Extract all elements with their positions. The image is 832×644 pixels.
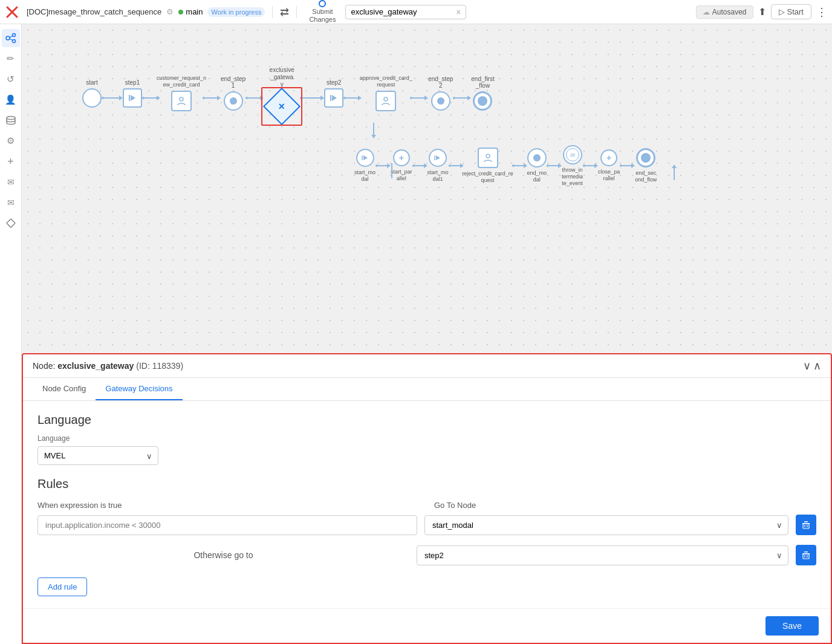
submit-label: Submit Changes [309, 8, 336, 24]
sidebar-item-add[interactable]: + [2, 152, 20, 171]
node-start-parallel-shape[interactable]: + [393, 149, 410, 166]
node-customer-request[interactable]: customer_request_new_credit_card [160, 75, 203, 111]
node-start-shape[interactable] [82, 88, 102, 108]
b-arrow-1 [375, 163, 391, 168]
node-start-modal1[interactable]: start_modal1 [427, 149, 449, 183]
sidebar-item-pencil[interactable]: ✏ [2, 50, 20, 68]
node-approve[interactable]: approve_credit_card_request [362, 75, 410, 111]
language-select[interactable]: MVEL JavaScript Groovy [37, 446, 158, 465]
sidebar-item-letter[interactable]: ✉ [2, 194, 20, 212]
autosaved-button[interactable]: ☁ Autosaved [696, 5, 753, 19]
collapse-down-button[interactable]: ∨ [803, 359, 811, 372]
start-button[interactable]: ▷ Start [771, 4, 811, 19]
more-options-button[interactable]: ⋮ [816, 5, 827, 19]
node-step2[interactable]: step2 [324, 79, 343, 108]
sidebar-item-graph[interactable] [2, 29, 20, 47]
main-layout: ✏ ↺ 👤 ⚙ + ✉ ✉ [0, 24, 832, 644]
node-start-parallel[interactable]: + start_parallel [391, 149, 412, 182]
node-end-first-flow[interactable]: end_first_flow [471, 76, 494, 111]
arrow-1 [102, 96, 123, 100]
node-reject[interactable]: reject_credit_card_request [464, 148, 512, 184]
separator-2 [296, 6, 297, 18]
node-start-modal1-shape[interactable] [429, 149, 447, 167]
node-start[interactable]: start [82, 79, 102, 108]
otherwise-goto-wrapper: step2 start_modal start_parallel ∨ [417, 545, 788, 565]
node-end-first-shape[interactable] [473, 91, 492, 111]
sidebar-item-gear[interactable]: ⚙ [2, 132, 20, 150]
canvas-area[interactable]: start step1 [22, 24, 832, 644]
language-title: Language [37, 413, 816, 427]
rule-expression-input[interactable] [37, 515, 417, 535]
submit-changes-button[interactable]: Submit Changes [304, 0, 340, 25]
node-end-modal-shape[interactable] [527, 148, 547, 168]
node-close-parallel-shape[interactable]: + [600, 149, 617, 166]
node-step2-shape[interactable] [324, 88, 343, 108]
search-clear-icon[interactable]: × [456, 7, 461, 17]
user-icon: 👤 [5, 94, 16, 105]
search-box[interactable]: × [345, 5, 466, 19]
delete-rule-button[interactable] [796, 515, 816, 535]
node-step1-shape[interactable] [123, 88, 142, 108]
b-arrow-4 [512, 163, 527, 168]
branch-settings-icon[interactable]: ⚙ [166, 7, 174, 16]
node-end-second-flow[interactable]: end_second_flow [635, 148, 657, 183]
sidebar-item-database[interactable] [2, 111, 20, 129]
node-reject-shape[interactable] [478, 148, 498, 168]
node-step1[interactable]: step1 [123, 79, 142, 108]
sidebar-item-email[interactable]: ✉ [2, 173, 20, 191]
node-end-second-shape[interactable] [636, 148, 655, 168]
start-label: Start [787, 7, 804, 16]
play-icon: ▷ [779, 7, 785, 16]
panel-title: Node: exclusive_gateway (ID: 118339) [33, 361, 183, 371]
svg-rect-26 [804, 551, 808, 553]
node-throw-intermediate[interactable]: ✉ throw_intermediate_event [562, 145, 583, 186]
node-start-modal[interactable]: start_modal [354, 149, 375, 183]
sidebar-item-diamond[interactable] [2, 214, 20, 232]
node-end-step2[interactable]: end_step2 [428, 76, 453, 111]
sidebar-item-user[interactable]: 👤 [2, 91, 20, 109]
node-step2-label: step2 [327, 79, 341, 86]
history-icon: ↺ [7, 74, 15, 85]
otherwise-select[interactable]: step2 start_modal start_parallel [417, 545, 788, 565]
gateway-diamond[interactable]: × [263, 88, 301, 125]
language-select-wrapper: MVEL JavaScript Groovy ∨ [37, 446, 158, 465]
arrow-8 [453, 96, 471, 100]
svg-rect-21 [804, 521, 808, 522]
topbar: [DOC]mesage_throw_catch_sequence ⚙ main … [0, 0, 832, 24]
upload-icon[interactable]: ⬆ [758, 6, 766, 18]
rule-goto-wrapper: start_modal step2 start_parallel ∨ [424, 515, 788, 535]
sidebar-item-history[interactable]: ↺ [2, 70, 20, 88]
node-close-parallel[interactable]: + close_parallel [598, 149, 620, 182]
node-exclusive-gateway[interactable]: exclusive_gateway × [268, 67, 295, 120]
rule-goto-select[interactable]: start_modal step2 start_parallel [424, 515, 788, 535]
node-end-step2-shape[interactable] [431, 91, 450, 111]
node-name: exclusive_gateway [57, 361, 134, 371]
node-end-step1[interactable]: end_step1 [221, 76, 245, 111]
node-start-modal-shape[interactable] [356, 149, 374, 167]
add-icon: + [7, 155, 14, 168]
tab-node-config[interactable]: Node Config [33, 378, 96, 400]
svg-point-19 [486, 154, 490, 158]
node-reject-label: reject_credit_card_request [462, 171, 513, 184]
flow-top-row: start step1 [82, 67, 495, 120]
node-throw-shape[interactable]: ✉ [563, 145, 582, 164]
arrow-4 [245, 96, 264, 100]
x-icon: × [279, 100, 285, 112]
panel-tabs: Node Config Gateway Decisions [23, 378, 831, 401]
node-end-modal[interactable]: end_modal [527, 148, 547, 183]
collapse-up-button[interactable]: ∧ [813, 359, 821, 372]
record-icon [319, 0, 326, 7]
add-rule-button[interactable]: Add rule [37, 577, 87, 596]
tab-gateway-decisions[interactable]: Gateway Decisions [96, 378, 182, 400]
node-end-step1-shape[interactable] [224, 91, 243, 111]
node-customer-shape[interactable] [171, 91, 192, 111]
save-button[interactable]: Save [765, 616, 819, 636]
merge-icon[interactable]: ⇄ [280, 5, 289, 19]
search-input[interactable] [351, 7, 453, 16]
delete-otherwise-button[interactable] [796, 545, 816, 565]
panel-controls: ∨ ∧ [803, 359, 821, 372]
rule-row-1: start_modal step2 start_parallel ∨ [37, 515, 816, 535]
svg-rect-8 [6, 219, 15, 227]
otherwise-row: Otherwise go to step2 start_modal start_… [37, 545, 816, 565]
node-approve-shape[interactable] [375, 91, 396, 111]
